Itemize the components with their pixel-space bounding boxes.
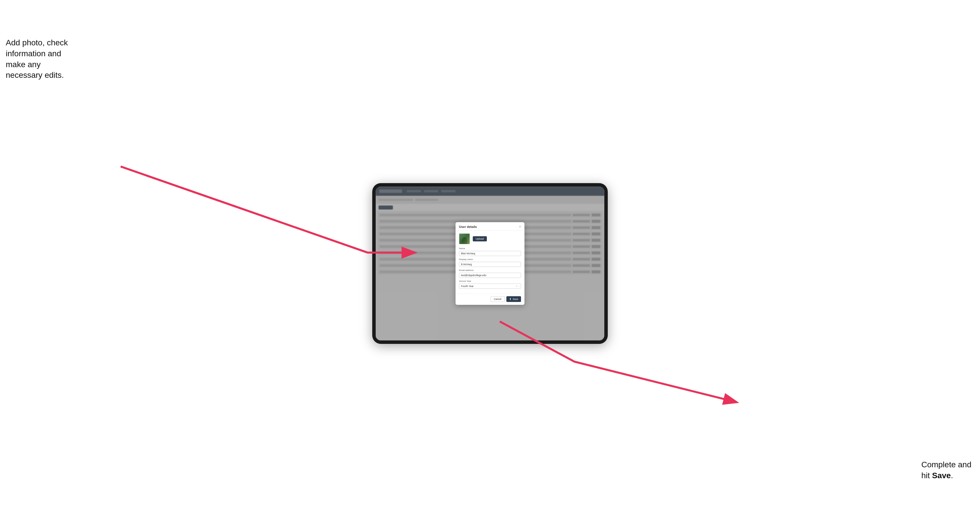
clear-icon[interactable]: × [516,285,517,287]
display-name-input[interactable] [459,262,521,267]
modal-body: Upload Name Display name [455,230,525,294]
cancel-button[interactable]: Cancel [491,296,504,302]
name-input[interactable] [459,251,521,256]
chevron-down-icon[interactable]: ⌄ [518,285,520,287]
school-year-input[interactable] [459,284,521,289]
school-year-wrapper: × ⌄ [459,283,521,289]
user-details-modal: User details × Upload Name [455,222,525,305]
email-field-group: Email address [459,269,521,278]
display-name-field-group: Display name [459,258,521,267]
modal-footer: Cancel ⬆ Save [455,294,525,305]
tablet-screen: User details × Upload Name [376,187,604,340]
annotation-left-text: Add photo, check information and make an… [6,38,68,79]
scene: Add photo, check information and make an… [0,0,980,527]
name-label: Name [459,247,521,250]
display-name-label: Display name [459,258,521,260]
save-icon: ⬆ [509,298,512,300]
photo-section: Upload [459,233,521,244]
tablet-frame: User details × Upload Name [372,183,608,344]
school-year-label: School Year [459,280,521,283]
modal-overlay: User details × Upload Name [376,187,604,340]
save-button-label: Save [513,298,518,300]
email-input[interactable] [459,273,521,278]
annotation-right: Complete and hit Save. [921,459,971,481]
upload-photo-button[interactable]: Upload [473,236,487,241]
school-year-icons: × ⌄ [516,285,520,287]
name-field-group: Name [459,247,521,256]
annotation-right-line1: Complete and [921,460,971,469]
annotation-right-period: . [951,471,953,480]
email-label: Email address [459,269,521,271]
modal-title: User details [459,225,477,229]
close-button[interactable]: × [519,225,521,229]
annotation-right-line2: hit [921,471,932,480]
annotation-right-bold: Save [932,471,951,480]
save-button[interactable]: ⬆ Save [506,296,521,302]
school-year-field-group: School Year × ⌄ [459,280,521,289]
modal-header: User details × [455,222,525,230]
user-photo-thumbnail [459,233,470,244]
annotation-left: Add photo, check information and make an… [6,37,75,81]
